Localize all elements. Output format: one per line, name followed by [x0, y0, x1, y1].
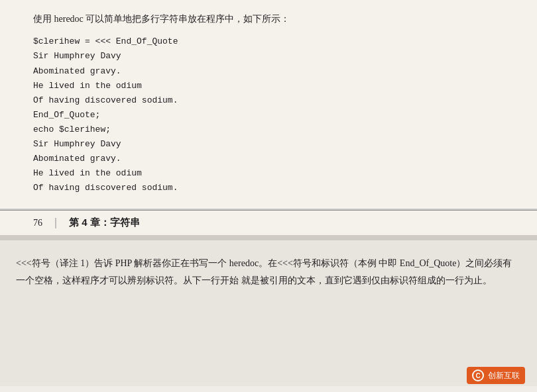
- page-number: 76: [33, 218, 42, 228]
- watermark-label: 创新互联: [488, 370, 520, 381]
- chapter-label: 第 4 章：字符串: [69, 217, 140, 229]
- bottom-text: <<<符号（译注 1）告诉 PHP 解析器你正在书写一个 heredoc。在<<…: [16, 255, 521, 289]
- page-top-section: 使用 heredoc 可以简单地把多行字符串放在程序中，如下所示： $cleri…: [0, 0, 537, 210]
- watermark: C 创新互联: [467, 367, 525, 384]
- page-bottom-section: <<<符号（译注 1）告诉 PHP 解析器你正在书写一个 heredoc。在<<…: [0, 240, 537, 386]
- watermark-icon: C: [472, 369, 484, 381]
- intro-text: 使用 heredoc 可以简单地把多行字符串放在程序中，如下所示：: [33, 12, 504, 26]
- footer-divider: ｜: [50, 216, 61, 230]
- page-footer: 76 ｜ 第 4 章：字符串: [0, 210, 537, 235]
- separator: [0, 235, 537, 240]
- code-block: $clerihew = <<< End_Of_Quote Sir Humphre…: [33, 34, 504, 195]
